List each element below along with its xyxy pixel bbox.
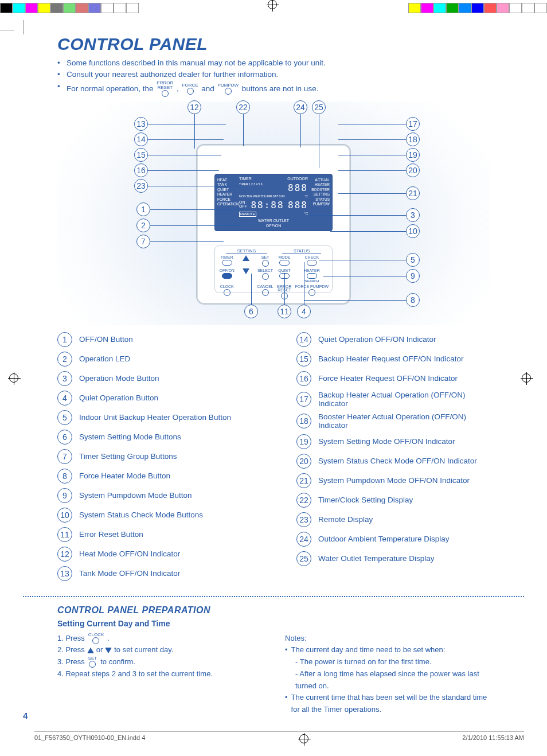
legend-text: Error Reset Button	[79, 530, 143, 539]
callout-24: 24	[294, 100, 307, 114]
legend-badge: 3	[57, 371, 72, 386]
callout-8: 8	[406, 293, 420, 307]
callout-15: 15	[134, 148, 148, 162]
legend-text: Indoor Unit Backup Heater Operation Butt…	[79, 413, 231, 422]
legend-text: Quiet Operation Button	[79, 393, 158, 402]
legend-text: System Status Check Mode Buttons	[79, 511, 203, 519]
cancel-button[interactable]: CANCEL	[257, 285, 274, 299]
legend-text: System Pumpdown Mode Button	[79, 491, 192, 500]
timer-button[interactable]: TIMER	[218, 255, 235, 267]
callout-16: 16	[134, 163, 148, 177]
callout-14: 14	[134, 133, 148, 146]
footer: 01_F567350_OYTH0910-00_EN.indd 4 2/1/201…	[34, 731, 524, 745]
callout-9: 9	[406, 269, 420, 283]
legend-text: System Setting Mode OFF/ON Indicator	[318, 437, 455, 446]
clock-icon: CLOCK	[88, 633, 104, 644]
legend-row: 22Timer/Clock Setting Display	[296, 493, 490, 508]
callout-13: 13	[134, 117, 148, 131]
callout-20: 20	[406, 163, 420, 177]
legend-text: System Pumpdown Mode OFF/ON Indicator	[318, 476, 470, 485]
registration-mark-top	[268, 0, 279, 11]
legend-text: System Setting Mode Buttons	[79, 432, 181, 441]
callout-5: 5	[406, 253, 420, 267]
legend-text: OFF/ON Button	[79, 335, 133, 344]
legend-text: Timer/Clock Setting Display	[318, 496, 413, 504]
remote-panel: HEAT TANK QUIET HEATER FORCE OPERATION A…	[196, 144, 351, 305]
offon-button[interactable]: OFF/ON	[218, 268, 235, 283]
legend-badge: 8	[57, 469, 72, 484]
legend-badge: 15	[296, 352, 311, 367]
legend-row: 1OFF/ON Button	[57, 332, 251, 347]
callout-2: 2	[136, 219, 150, 232]
legend-row: 4Quiet Operation Button	[57, 391, 251, 406]
legend-row: 21System Pumpdown Mode OFF/ON Indicator	[296, 473, 490, 488]
legend-badge: 25	[296, 551, 311, 566]
legend-badge: 24	[296, 532, 311, 547]
legend-badge: 11	[57, 527, 72, 542]
legend-row: 20System Status Check Mode OFF/ON Indica…	[296, 454, 490, 469]
legend-badge: 20	[296, 454, 311, 469]
callout-4: 4	[297, 305, 311, 318]
down-arrow-icon	[105, 648, 112, 653]
control-panel-diagram: 13 14 15 16 23 1 2 7 12 22 24 25 17 18 1…	[57, 102, 490, 325]
lcd-display: HEAT TANK QUIET HEATER FORCE OPERATION A…	[214, 174, 333, 231]
legend-row: 25Water Outlet Temperature Display	[296, 551, 490, 566]
callout-11: 11	[278, 305, 291, 318]
pumpdw-icon: PUMPDW	[218, 83, 239, 95]
legend-text: Outdoor Ambient Temperature Display	[318, 535, 450, 543]
legend-badge: 21	[296, 473, 311, 488]
legend-badge: 17	[296, 392, 311, 407]
legend-badge: 19	[296, 434, 311, 449]
page-title: CONTROL PANEL	[57, 34, 490, 54]
page-number: 4	[23, 711, 28, 720]
up-button[interactable]	[237, 255, 254, 267]
set-icon: SET	[88, 656, 97, 668]
legend-row: 14Quiet Operation OFF/ON Indicator	[296, 332, 490, 347]
legend-row: 10System Status Check Mode Buttons	[57, 508, 251, 523]
callout-18: 18	[406, 133, 420, 146]
legend-badge: 18	[296, 414, 311, 428]
down-button[interactable]	[237, 268, 254, 283]
legend-row: 23Remote Display	[296, 512, 490, 527]
callout-21: 21	[406, 186, 420, 200]
set-button[interactable]: SET	[257, 255, 274, 267]
legend-text: Force Heater Request OFF/ON Indicator	[318, 374, 458, 383]
force-pumpdw-button[interactable]: FORCE PUMPDW	[295, 285, 329, 299]
legend-text: Force Heater Mode Button	[79, 471, 170, 480]
legend: 1OFF/ON Button2Operation LED3Operation M…	[57, 332, 490, 586]
legend-badge: 12	[57, 547, 72, 562]
mode-button[interactable]: MODE	[276, 255, 292, 267]
legend-row: 12Heat Mode OFF/ON Indicator	[57, 547, 251, 562]
legend-badge: 4	[57, 391, 72, 406]
legend-row: 17Backup Heater Actual Operation (OFF/ON…	[296, 391, 490, 408]
legend-row: 9System Pumpdown Mode Button	[57, 488, 251, 503]
legend-badge: 23	[296, 512, 311, 527]
legend-text: Remote Display	[318, 515, 373, 524]
callout-12: 12	[187, 100, 201, 114]
legend-text: Timer Setting Group Buttons	[79, 452, 177, 461]
legend-text: Operation LED	[79, 354, 130, 363]
legend-row: 18Booster Heater Actual Operation (OFF/O…	[296, 412, 490, 430]
legend-row: 15Backup Heater Request OFF/ON Indicator	[296, 352, 490, 367]
legend-text: Quiet Operation OFF/ON Indicator	[318, 335, 436, 344]
legend-badge: 5	[57, 410, 72, 425]
legend-badge: 6	[57, 430, 72, 445]
legend-text: Backup Heater Request OFF/ON Indicator	[318, 354, 464, 363]
check-button[interactable]: CHECK	[295, 255, 329, 267]
legend-badge: 7	[57, 449, 72, 464]
select-button[interactable]: SELECT	[257, 268, 274, 283]
legend-badge: 22	[296, 493, 311, 508]
force-icon: FORCE	[182, 83, 198, 95]
legend-text: System Status Check Mode OFF/ON Indicato…	[318, 457, 477, 465]
legend-row: 8Force Heater Mode Button	[57, 469, 251, 484]
error-reset-icon: ERRORRESET	[157, 81, 173, 97]
legend-badge: 14	[296, 332, 311, 347]
clock-button[interactable]: CLOCK	[218, 285, 235, 299]
callout-1: 1	[136, 202, 150, 216]
up-arrow-icon	[87, 648, 94, 653]
callout-23: 23	[134, 179, 148, 193]
legend-row: 24Outdoor Ambient Temperature Display	[296, 532, 490, 547]
legend-text: Water Outlet Temperature Display	[318, 554, 435, 563]
legend-row: 7Timer Setting Group Buttons	[57, 449, 251, 464]
legend-text: Operation Mode Button	[79, 374, 159, 383]
